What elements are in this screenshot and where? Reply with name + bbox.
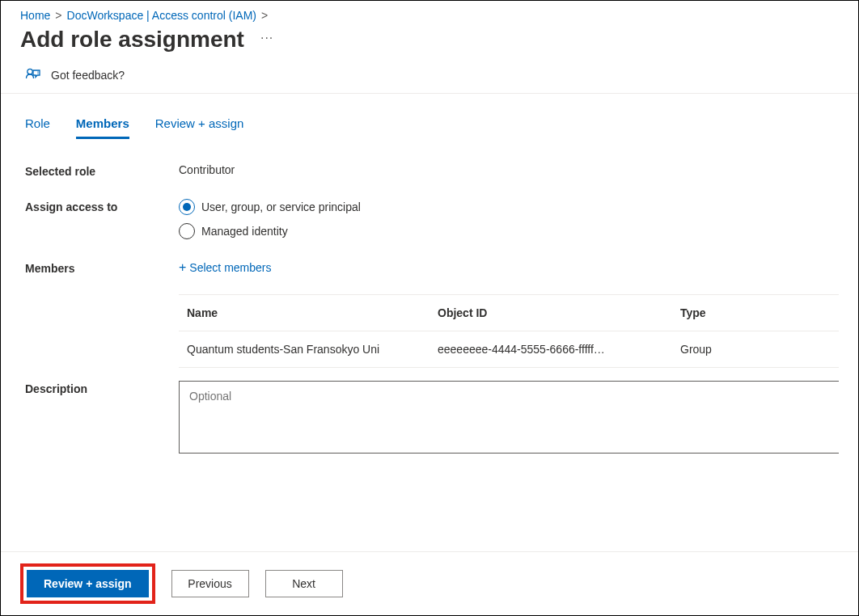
breadcrumb-home[interactable]: Home <box>20 9 50 22</box>
col-header-object-id[interactable]: Object ID <box>438 306 680 319</box>
tab-role[interactable]: Role <box>25 116 50 139</box>
tab-review-assign[interactable]: Review + assign <box>155 116 244 139</box>
description-label: Description <box>25 381 179 456</box>
col-header-type[interactable]: Type <box>680 306 831 319</box>
breadcrumb: Home > DocWorkspace | Access control (IA… <box>1 1 858 27</box>
radio-user-label: User, group, or service principal <box>201 200 361 213</box>
assign-access-radio-group: User, group, or service principal Manage… <box>179 199 839 239</box>
assign-access-label: Assign access to <box>25 199 179 239</box>
select-members-link[interactable]: + Select members <box>179 260 272 275</box>
page-title-row: Add role assignment ··· <box>1 27 858 67</box>
members-table: Name Object ID Type Quantum students-San… <box>179 294 839 368</box>
members-label: Members <box>25 260 179 368</box>
form-area: Selected role Contributor Assign access … <box>1 139 858 456</box>
table-row[interactable]: Quantum students-San Fransokyo Uni eeeee… <box>179 331 839 367</box>
previous-button[interactable]: Previous <box>171 570 249 597</box>
cell-name: Quantum students-San Fransokyo Uni <box>187 343 438 356</box>
select-members-label: Select members <box>189 261 271 274</box>
cell-object-id: eeeeeeee-4444-5555-6666-fffff… <box>438 343 680 356</box>
footer: Review + assign Previous Next <box>1 551 858 615</box>
description-input[interactable] <box>179 381 839 454</box>
svg-point-1 <box>37 71 38 72</box>
selected-role-label: Selected role <box>25 163 179 178</box>
highlight-annotation: Review + assign <box>20 563 155 604</box>
col-header-name[interactable]: Name <box>187 306 438 319</box>
radio-icon <box>179 223 195 239</box>
feedback-label: Got feedback? <box>51 69 125 82</box>
feedback-link[interactable]: Got feedback? <box>1 67 858 94</box>
chevron-right-icon: > <box>55 9 61 22</box>
review-assign-button[interactable]: Review + assign <box>27 570 149 597</box>
breadcrumb-workspace[interactable]: DocWorkspace | Access control (IAM) <box>67 9 256 22</box>
table-header: Name Object ID Type <box>179 294 839 331</box>
cell-type: Group <box>680 343 831 356</box>
next-button[interactable]: Next <box>265 570 343 597</box>
selected-role-value: Contributor <box>179 163 858 178</box>
plus-icon: + <box>179 260 186 275</box>
radio-user-group-sp[interactable]: User, group, or service principal <box>179 199 839 215</box>
feedback-icon <box>25 67 43 83</box>
radio-managed-label: Managed identity <box>201 225 288 238</box>
tab-members[interactable]: Members <box>76 116 129 139</box>
radio-icon <box>179 199 195 215</box>
radio-managed-identity[interactable]: Managed identity <box>179 223 839 239</box>
more-actions-icon[interactable]: ··· <box>260 31 273 49</box>
page-title: Add role assignment <box>20 27 244 53</box>
svg-point-0 <box>28 69 32 74</box>
tabs: Role Members Review + assign <box>1 94 858 139</box>
chevron-right-icon: > <box>261 9 268 22</box>
